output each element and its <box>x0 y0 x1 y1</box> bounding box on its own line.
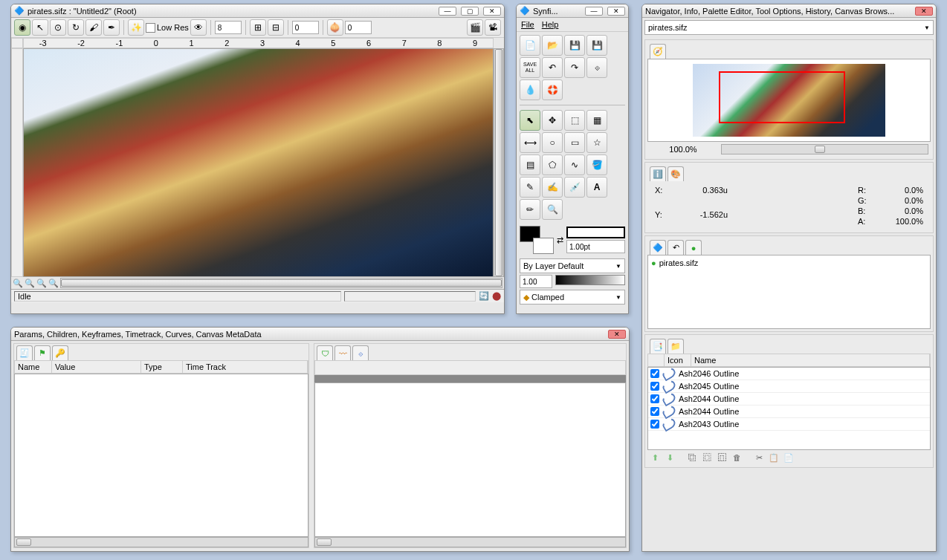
refresh-icon[interactable]: 🔄 <box>479 291 489 301</box>
tool-refresh[interactable]: ↻ <box>68 19 84 36</box>
keyframes-tab-icon[interactable]: 🔑 <box>52 345 68 360</box>
save-icon[interactable]: 💾 <box>564 35 585 56</box>
layer-row[interactable]: Ash2046 Outline <box>648 368 930 380</box>
undo-icon[interactable]: ↶ <box>542 57 563 78</box>
help-icon[interactable]: 🛟 <box>542 79 563 100</box>
zoom-out-icon[interactable]: 🔍 <box>13 279 23 288</box>
spin-quality[interactable]: 8 <box>215 21 242 34</box>
move-tool-icon[interactable]: ✥ <box>542 110 563 131</box>
background-color[interactable] <box>533 238 554 254</box>
layer-row[interactable]: Ash2045 Outline <box>648 380 930 393</box>
curves-tab-icon[interactable]: 〰 <box>334 345 351 360</box>
layer-row[interactable]: Ash2043 Outline <box>648 418 930 431</box>
bline-tool-icon[interactable]: ∿ <box>564 154 585 175</box>
info-tab-icon[interactable]: ℹ️ <box>650 166 666 181</box>
transform-tool-icon[interactable]: ⬉ <box>520 110 540 131</box>
spin-frame[interactable]: 0 <box>292 21 319 34</box>
onion-icon[interactable]: 🧅 <box>327 19 343 36</box>
layer-row[interactable]: Ash2044 Outline <box>648 406 930 418</box>
save-all-button[interactable]: SAVE ALL <box>520 57 540 78</box>
zoom-slider[interactable] <box>721 144 928 154</box>
close-button[interactable]: ✕ <box>608 330 626 339</box>
tool-circle2[interactable]: ⊙ <box>50 19 66 36</box>
width-tool-icon[interactable]: ✏ <box>520 199 540 220</box>
canvas-vscroll[interactable] <box>494 48 504 277</box>
layer-group-icon[interactable]: ⿴ <box>701 452 713 463</box>
circle-tool-icon[interactable]: ○ <box>542 132 563 153</box>
zoom-100-icon[interactable]: 🔍 <box>25 279 35 288</box>
gradient-tool-icon[interactable]: ▤ <box>520 154 540 175</box>
layer-down-icon[interactable]: ⬇ <box>664 452 676 463</box>
tool-eye[interactable]: 👁 <box>190 19 207 36</box>
stroke-width-input[interactable]: 1.00pt <box>566 240 625 253</box>
layer-row[interactable]: Ash2044 Outline <box>648 393 930 406</box>
zoom-in-icon[interactable]: 🔍 <box>36 279 47 288</box>
layer-encap-icon[interactable]: ⿵ <box>716 452 728 463</box>
zoom-fit-icon[interactable]: 🔍 <box>48 279 59 288</box>
sketch-tool-icon[interactable]: ✍ <box>542 177 563 198</box>
lowres-checkbox[interactable] <box>146 23 155 33</box>
drop-icon[interactable]: 💧 <box>520 79 540 100</box>
groups-tab-icon[interactable]: 📁 <box>668 339 684 354</box>
menu-file[interactable]: File <box>521 20 534 29</box>
redo-icon[interactable]: ↷ <box>564 57 585 78</box>
tool-pen[interactable]: ✒ <box>103 19 120 36</box>
tool-wand[interactable]: ✨ <box>128 19 144 36</box>
canvas-tree-item[interactable]: ● pirates.sifz <box>651 258 927 267</box>
open-file-icon[interactable]: 📂 <box>542 35 563 56</box>
layer-visible-checkbox[interactable] <box>650 369 659 378</box>
params-tab-icon[interactable]: 🧾 <box>16 345 33 360</box>
tool-brush[interactable]: 🖌 <box>85 19 102 36</box>
preview-icon[interactable]: 📽 <box>485 19 501 36</box>
children-tab-icon[interactable]: ⚑ <box>34 345 51 360</box>
navigator-tab-icon[interactable]: 🧭 <box>650 44 666 59</box>
opacity-input[interactable]: 1.00 <box>520 275 552 288</box>
timetrack-area[interactable] <box>314 382 626 537</box>
rectangle-tool-icon[interactable]: ▭ <box>564 132 585 153</box>
new-file-icon[interactable]: 📄 <box>520 35 540 56</box>
eyedrop-tool-icon[interactable]: 💉 <box>564 177 585 198</box>
zoom-tool-icon[interactable]: 🔍 <box>542 199 563 220</box>
history-tab-icon[interactable]: ↶ <box>668 240 684 255</box>
rotate-tool-icon[interactable]: ▦ <box>586 110 607 131</box>
blend-mode-dropdown[interactable]: By Layer Default▼ <box>520 258 625 273</box>
layer-visible-checkbox[interactable] <box>650 407 659 416</box>
layer-visible-checkbox[interactable] <box>650 382 659 391</box>
mirror-tool-icon[interactable]: ⟷ <box>520 132 540 153</box>
file-combo[interactable]: pirates.sifz▼ <box>644 20 934 35</box>
maximize-button[interactable]: ▢ <box>461 7 479 16</box>
params-titlebar[interactable]: Params, Children, Keyframes, Timetrack, … <box>11 328 629 341</box>
timetrack-tab-icon[interactable]: 🛡 <box>317 345 333 360</box>
layer-up-icon[interactable]: ⬆ <box>649 452 661 463</box>
close-button[interactable]: ✕ <box>915 7 933 16</box>
grid-icon[interactable]: ⊞ <box>250 19 266 36</box>
stop-icon[interactable]: ⬤ <box>492 291 501 301</box>
layer-paste-icon[interactable]: 📄 <box>783 452 795 463</box>
canvas-tab-icon[interactable]: 🔷 <box>650 240 666 255</box>
render-icon[interactable]: 🎬 <box>467 19 483 36</box>
layer-visible-checkbox[interactable] <box>650 420 659 429</box>
scale-tool-icon[interactable]: ⬚ <box>564 110 585 131</box>
params-hscroll[interactable] <box>14 537 308 547</box>
minimize-button[interactable]: ― <box>439 7 456 16</box>
minimize-button[interactable]: ― <box>585 7 603 16</box>
navigator-viewport-box[interactable] <box>719 71 845 123</box>
layers-tab-icon[interactable]: 📑 <box>650 339 666 354</box>
palette-tab-icon[interactable]: 🎨 <box>668 166 684 181</box>
swap-colors-icon[interactable]: ⇄ <box>557 235 563 245</box>
spin-onion[interactable]: 0 <box>345 21 372 34</box>
timetrack-ruler[interactable] <box>314 375 626 382</box>
timetrack-hscroll[interactable] <box>314 537 626 547</box>
close-button[interactable]: ✕ <box>483 7 501 16</box>
green-tab-icon[interactable]: ● <box>685 240 702 255</box>
close-button[interactable]: ✕ <box>607 7 625 16</box>
toolbox-titlebar[interactable]: 🔷 Synfi... ― ✕ <box>517 4 628 18</box>
layer-delete-icon[interactable]: 🗑 <box>731 452 743 463</box>
fill-tool-icon[interactable]: 🪣 <box>586 154 607 175</box>
params-list[interactable] <box>14 374 308 537</box>
text-tool-icon[interactable]: A <box>586 177 607 198</box>
stroke-preview[interactable] <box>566 227 625 238</box>
interpolation-dropdown[interactable]: ◆ Clamped▼ <box>520 290 625 305</box>
canvas-titlebar[interactable]: 🔷 pirates.sifz : "Untitled2" (Root) ― ▢ … <box>11 4 504 18</box>
layer-duplicate-icon[interactable]: ⿻ <box>686 452 698 463</box>
